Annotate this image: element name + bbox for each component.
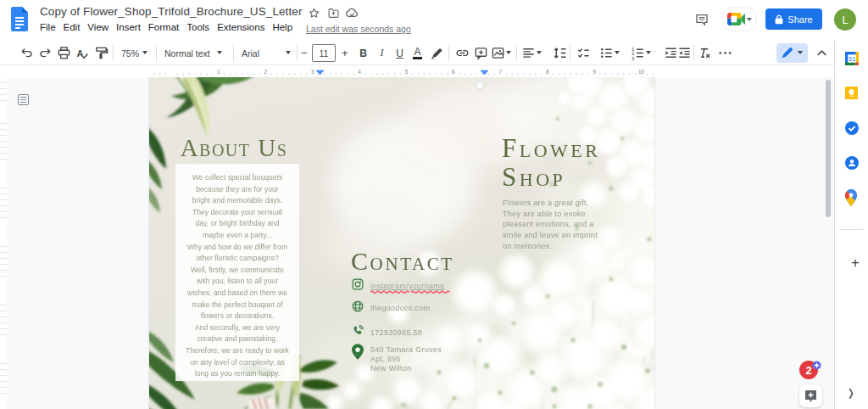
svg-text:31: 31 (849, 55, 856, 63)
svg-text:9: 9 (593, 69, 596, 75)
svg-text:7: 7 (498, 69, 502, 75)
svg-text:3: 3 (632, 55, 635, 60)
svg-text:4: 4 (358, 69, 361, 75)
svg-text:6: 6 (452, 69, 455, 75)
svg-text:10: 10 (638, 69, 645, 75)
svg-text:1: 1 (217, 69, 220, 75)
svg-text:2: 2 (805, 364, 811, 377)
svg-text:8: 8 (546, 69, 549, 75)
svg-text:5: 5 (405, 69, 409, 75)
svg-text:3: 3 (311, 69, 314, 75)
svg-text:2: 2 (264, 69, 267, 75)
